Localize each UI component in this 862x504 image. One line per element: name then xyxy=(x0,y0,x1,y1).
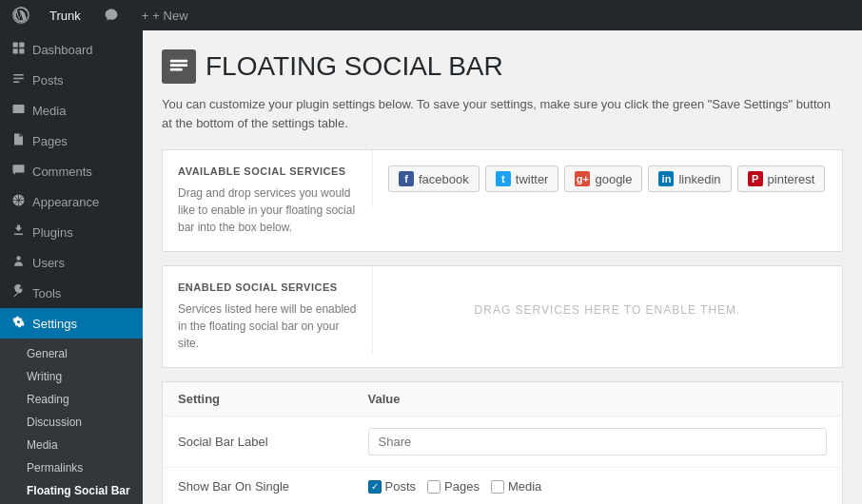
sidebar-item-dashboard[interactable]: Dashboard xyxy=(0,34,143,65)
submenu-media[interactable]: Media xyxy=(0,434,143,456)
posts-checkbox-label[interactable]: ✓ Posts xyxy=(368,479,417,494)
sidebar-label-tools: Tools xyxy=(32,286,61,300)
sidebar-item-pages[interactable]: Pages xyxy=(0,126,143,156)
col-value: Value xyxy=(353,382,843,417)
content-area: FLOATING SOCIAL BAR You can customize yo… xyxy=(143,30,862,504)
submenu-general[interactable]: General xyxy=(0,342,143,365)
sidebar-item-plugins[interactable]: Plugins xyxy=(0,217,143,247)
main-wrapper: Dashboard Posts Media Pages Comments xyxy=(0,30,862,504)
sidebar-label-dashboard: Dashboard xyxy=(32,43,93,57)
setting-value-cell xyxy=(353,417,843,468)
sidebar-item-posts[interactable]: Posts xyxy=(0,65,143,95)
submenu-floating-social-bar[interactable]: Floating Social Bar xyxy=(0,479,143,502)
appearance-icon xyxy=(10,193,27,210)
show-bar-checkboxes: ✓ Posts Pages Media xyxy=(368,479,828,494)
posts-icon xyxy=(10,71,27,88)
available-services-right: f facebook t twitter g+ google in xyxy=(372,150,842,207)
wp-logo[interactable] xyxy=(8,2,34,29)
new-label: + New xyxy=(152,9,187,23)
enabled-services-desc: Services listed here will be enabled in … xyxy=(178,300,357,352)
media-checkbox-label[interactable]: Media xyxy=(491,479,541,494)
page-title: FLOATING SOCIAL BAR xyxy=(162,49,843,84)
google-label: google xyxy=(595,172,632,186)
service-linkedin[interactable]: in linkedin xyxy=(648,165,731,192)
linkedin-label: linkedin xyxy=(678,172,720,186)
sidebar-item-comments[interactable]: Comments xyxy=(0,156,143,186)
drop-zone-text: DRAG SERVICES HERE TO ENABLE THEM. xyxy=(388,281,827,339)
social-services-list: f facebook t twitter g+ google in xyxy=(388,165,827,192)
submenu-writing[interactable]: Writing xyxy=(0,365,143,388)
service-google[interactable]: g+ google xyxy=(564,165,642,192)
sidebar-label-settings: Settings xyxy=(32,317,77,331)
svg-rect-5 xyxy=(12,105,24,113)
page-description: You can customize your plugin settings b… xyxy=(162,95,843,132)
facebook-icon: f xyxy=(399,171,414,186)
settings-table: Setting Value Social Bar Label Show Bar … xyxy=(162,381,843,504)
svg-rect-1 xyxy=(12,43,17,48)
table-row-show-bar: Show Bar On Single ✓ Posts Pages xyxy=(163,468,843,505)
plus-icon: + xyxy=(142,9,149,23)
enabled-services-left: ENABLED SOCIAL SERVICES Services listed … xyxy=(163,266,372,367)
sidebar-item-settings[interactable]: Settings xyxy=(0,308,143,339)
sidebar-label-posts: Posts xyxy=(32,73,64,87)
sidebar-item-tools[interactable]: Tools xyxy=(0,278,143,308)
service-facebook[interactable]: f facebook xyxy=(388,165,480,192)
pages-label: Pages xyxy=(444,479,480,494)
pages-icon xyxy=(10,132,27,149)
dashboard-icon xyxy=(10,41,27,58)
google-icon: g+ xyxy=(575,171,590,186)
facebook-label: facebook xyxy=(419,172,469,186)
sidebar-label-users: Users xyxy=(32,256,65,270)
page-title-icon xyxy=(162,49,196,84)
sidebar-item-users[interactable]: Users xyxy=(0,247,143,278)
svg-rect-4 xyxy=(19,48,24,53)
media-icon xyxy=(10,102,27,119)
service-pinterest[interactable]: P pinterest xyxy=(737,165,826,192)
svg-rect-7 xyxy=(16,139,21,140)
enabled-services-panel: ENABLED SOCIAL SERVICES Services listed … xyxy=(162,265,843,368)
comments-icon[interactable] xyxy=(96,0,127,30)
available-services-left: AVAILABLE SOCIAL SERVICES Drag and drop … xyxy=(163,150,372,251)
submenu-permalinks[interactable]: Permalinks xyxy=(0,456,143,479)
new-button[interactable]: + + New xyxy=(134,0,196,30)
top-bar: Trunk + + New xyxy=(0,0,862,30)
available-services-panel: AVAILABLE SOCIAL SERVICES Drag and drop … xyxy=(162,149,843,252)
available-services-desc: Drag and drop services you would like to… xyxy=(178,184,357,236)
table-row-label: Social Bar Label xyxy=(163,417,843,468)
sidebar-label-plugins: Plugins xyxy=(32,225,73,240)
svg-rect-3 xyxy=(12,48,17,53)
sidebar-label-media: Media xyxy=(32,104,66,118)
media-label: Media xyxy=(508,479,541,494)
page-heading: FLOATING SOCIAL BAR xyxy=(206,51,503,82)
sidebar: Dashboard Posts Media Pages Comments xyxy=(0,30,143,504)
enabled-services-title: ENABLED SOCIAL SERVICES xyxy=(178,281,357,293)
pinterest-icon: P xyxy=(748,171,763,186)
media-checkbox[interactable] xyxy=(491,480,504,494)
posts-checkbox[interactable]: ✓ xyxy=(368,480,382,494)
twitter-label: twitter xyxy=(516,172,549,186)
sidebar-label-comments: Comments xyxy=(32,165,92,179)
submenu-discussion[interactable]: Discussion xyxy=(0,411,143,434)
twitter-icon: t xyxy=(496,171,511,186)
sidebar-label-pages: Pages xyxy=(32,134,68,148)
linkedin-icon: in xyxy=(658,171,674,186)
pages-checkbox[interactable] xyxy=(427,480,441,494)
site-name[interactable]: Trunk xyxy=(42,0,88,30)
submenu-reading[interactable]: Reading xyxy=(0,388,143,411)
available-services-title: AVAILABLE SOCIAL SERVICES xyxy=(178,165,357,177)
sidebar-item-appearance[interactable]: Appearance xyxy=(0,186,143,217)
svg-rect-14 xyxy=(170,68,183,71)
users-icon xyxy=(10,254,27,271)
social-bar-label-input[interactable] xyxy=(368,428,828,456)
comments-sidebar-icon xyxy=(10,163,27,180)
posts-label: Posts xyxy=(385,479,417,494)
pages-checkbox-label[interactable]: Pages xyxy=(427,479,480,494)
svg-point-10 xyxy=(16,256,21,261)
sidebar-label-appearance: Appearance xyxy=(32,195,99,209)
enabled-services-drop-zone[interactable]: DRAG SERVICES HERE TO ENABLE THEM. xyxy=(372,266,842,354)
service-twitter[interactable]: t twitter xyxy=(485,165,559,192)
svg-rect-2 xyxy=(19,43,24,48)
svg-rect-13 xyxy=(170,64,187,67)
show-bar-value-cell: ✓ Posts Pages Media xyxy=(353,468,843,505)
sidebar-item-media[interactable]: Media xyxy=(0,95,143,126)
